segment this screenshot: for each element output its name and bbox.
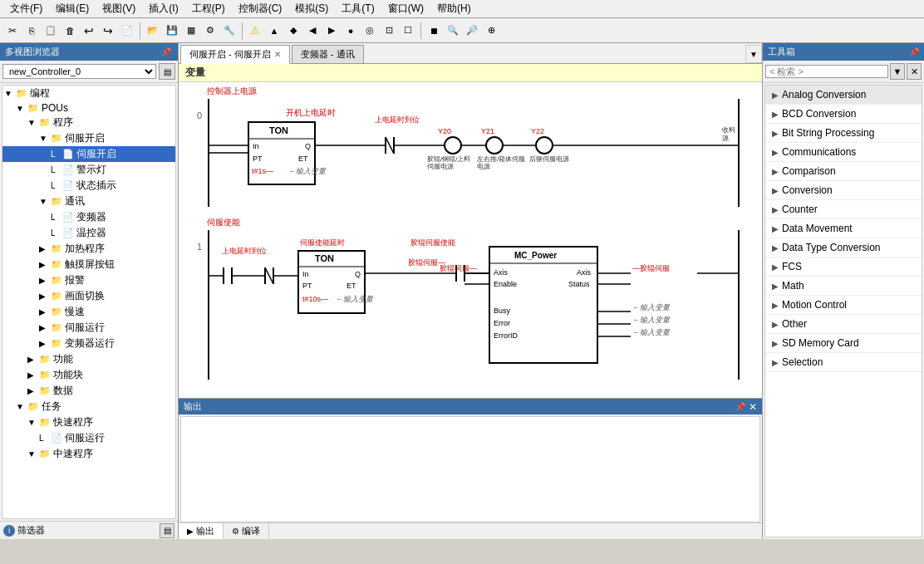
tree-item-func-block[interactable]: ▶ 📁 功能块	[2, 367, 175, 383]
tree-item-inverter-run[interactable]: ▶ 📁 变频器运行	[2, 336, 175, 351]
toolbar-open[interactable]: 📂	[144, 22, 162, 40]
controller-select[interactable]: new_Controller_0	[2, 64, 156, 79]
toolbar-b6[interactable]: ◀	[303, 22, 322, 40]
toolbox-item-data-movement[interactable]: ▶ Data Movement	[765, 219, 922, 238]
tree-item-touch-btn[interactable]: ▶ 📁 触摸屏按钮	[2, 257, 175, 272]
svg-text:TON: TON	[269, 125, 288, 135]
filter-btn[interactable]: ▤	[160, 523, 174, 538]
toolbar-redo[interactable]: ↪	[99, 22, 117, 40]
toolbox-item-data-type-conversion[interactable]: ▶ Data Type Conversion	[765, 238, 922, 257]
tree-item-label: 报警	[65, 273, 85, 287]
toolbox-close-btn[interactable]: ✕	[907, 63, 922, 80]
toolbox-item-selection[interactable]: ▶ Selection	[765, 353, 922, 372]
tree-item-program[interactable]: ▼ 📁 程序	[2, 115, 175, 130]
tree-item-mid-prog[interactable]: ▼ 📁 中速程序	[2, 446, 175, 462]
toolbar-copy[interactable]: ⎘	[22, 22, 41, 40]
left-panel-title-text: 多视图浏览器	[5, 46, 60, 58]
toolbox-item-label: Data Type Conversion	[782, 242, 881, 253]
tab-close-btn[interactable]: ✕	[274, 50, 281, 59]
toolbar-b4[interactable]: ▲	[265, 22, 283, 40]
info-icon: i	[3, 525, 15, 537]
tree-item-fast-prog[interactable]: ▼ 📁 快速程序	[2, 414, 175, 430]
tab-scroll-btn[interactable]: ▼	[745, 45, 762, 63]
menu-help[interactable]: 帮助(H)	[430, 0, 478, 17]
tree-item-programming[interactable]: ▼ 📁 编程	[2, 86, 175, 101]
toolbar-b8[interactable]: ●	[342, 22, 360, 40]
tree-item-screen-switch[interactable]: ▶ 📁 画面切换	[2, 288, 175, 304]
toolbox-item-bit-string[interactable]: ▶ Bit String Processing	[765, 124, 922, 143]
toolbar-delete[interactable]: 🗑	[61, 22, 79, 40]
menu-project[interactable]: 工程(P)	[185, 0, 232, 17]
toolbox-item-analog-conversion[interactable]: ▶ Analog Conversion	[765, 86, 922, 105]
tree-item-tasks[interactable]: ▼ 📁 任务	[2, 399, 175, 414]
toolbox-item-motion-control[interactable]: ▶ Motion Control	[765, 296, 922, 315]
tree-item-temp-ctrl[interactable]: L 📄 温控器	[2, 225, 175, 241]
tab-servo-on[interactable]: 伺服开启 - 伺服开启 ✕	[180, 45, 290, 64]
toolbar-b1[interactable]: ▦	[182, 22, 200, 40]
toolbar-cut[interactable]: ✂	[3, 22, 22, 40]
tree-item-servo-run2[interactable]: L 📄 伺服运行	[2, 430, 175, 446]
toolbox-item-counter[interactable]: ▶ Counter	[765, 200, 922, 219]
tree-item-servo-run[interactable]: ▶ 📁 伺服运行	[2, 320, 175, 336]
toolbar-save[interactable]: 💾	[163, 22, 181, 40]
menu-tools[interactable]: 工具(T)	[335, 0, 381, 17]
svg-text:PT: PT	[253, 154, 263, 163]
toolbar-b11[interactable]: ☐	[399, 22, 417, 40]
toolbox-item-bcd-conversion[interactable]: ▶ BCD Conversion	[765, 105, 922, 124]
toolbar-b7[interactable]: ▶	[322, 22, 341, 40]
toolbox-arrow-icon: ▶	[772, 129, 779, 138]
menu-edit[interactable]: 编辑(E)	[49, 0, 96, 17]
controller-btn[interactable]: ▤	[159, 63, 175, 80]
tree-item-servo-on-selected[interactable]: L 📄 伺服开启	[2, 146, 175, 162]
toolbar-b14[interactable]: ⊕	[482, 22, 500, 40]
toolbox-item-fcs[interactable]: ▶ FCS	[765, 257, 922, 277]
toolbox-item-math[interactable]: ▶ Math	[765, 277, 922, 296]
toolbar-b13[interactable]: 🔎	[463, 22, 481, 40]
tree-item-data[interactable]: ▶ 📁 数据	[2, 383, 175, 399]
tree-item-slow[interactable]: ▶ 📁 慢速	[2, 304, 175, 320]
svg-line-51	[265, 267, 273, 284]
toolbar-b10[interactable]: ⊡	[380, 22, 398, 40]
toolbox-item-conversion[interactable]: ▶ Conversion	[765, 181, 922, 200]
toolbar-b3[interactable]: 🔧	[220, 22, 238, 40]
output-pin-btn[interactable]: 📌	[735, 401, 745, 413]
menu-simulate[interactable]: 模拟(S)	[288, 0, 335, 17]
output-icon: ▶	[187, 527, 194, 536]
tree-item-status[interactable]: L 📄 状态插示	[2, 178, 175, 194]
toolbar-b2[interactable]: ⚙	[201, 22, 219, 40]
tree-item-heating[interactable]: ▶ 📁 加热程序	[2, 241, 175, 257]
tree-item-func[interactable]: ▶ 📁 功能	[2, 351, 175, 367]
tree-item-comm[interactable]: ▼ 📁 通讯	[2, 194, 175, 209]
output-close-btn[interactable]: ✕	[749, 401, 757, 413]
tree-item-alarm-light[interactable]: L 📄 警示灯	[2, 162, 175, 178]
toolbox-item-other[interactable]: ▶ Other	[765, 315, 922, 334]
toolbar-paste[interactable]: 📋	[42, 22, 60, 40]
output-tab-output[interactable]: ▶ 输出	[179, 523, 224, 539]
toolbox-item-communications[interactable]: ▶ Communications	[765, 143, 922, 162]
toolbox-item-sd-memory[interactable]: ▶ SD Memory Card	[765, 334, 922, 353]
toolbar-b9[interactable]: ◎	[361, 22, 379, 40]
toolbar-b12[interactable]: 🔍	[444, 22, 462, 40]
toolbar-warn[interactable]: ⚠	[246, 22, 264, 40]
toolbox-search-btn[interactable]: ▼	[890, 63, 905, 80]
tree-item-servo-on-folder[interactable]: ▼ 📁 伺服开启	[2, 130, 175, 146]
toolbox-search-input[interactable]	[765, 65, 888, 78]
tree-item-alarm[interactable]: ▶ 📁 报警	[2, 272, 175, 288]
toolbar-b5[interactable]: ◆	[284, 22, 302, 40]
output-tab-compile[interactable]: ⚙ 编译	[224, 523, 269, 539]
toolbar-extra1[interactable]: 📄	[118, 22, 136, 40]
toolbar-undo[interactable]: ↩	[80, 22, 98, 40]
toolbar-stop[interactable]: ⏹	[425, 22, 443, 40]
toolbox-item-comparison[interactable]: ▶ Comparison	[765, 162, 922, 181]
menu-controller[interactable]: 控制器(C)	[232, 0, 289, 17]
tree-item-inverter[interactable]: L 📄 变频器	[2, 209, 175, 225]
menu-insert[interactable]: 插入(I)	[142, 0, 184, 17]
menu-window[interactable]: 窗口(W)	[381, 0, 430, 17]
left-panel-pin-btn[interactable]: 📌	[160, 47, 173, 56]
menu-file[interactable]: 文件(F)	[3, 0, 49, 17]
tab-inverter[interactable]: 变频器 - 通讯	[292, 45, 364, 63]
child-icon: L	[51, 150, 62, 159]
menu-view[interactable]: 视图(V)	[96, 0, 142, 17]
tree-item-pous[interactable]: ▼ 📁 POUs	[2, 101, 175, 115]
toolbox-pin-btn[interactable]: 📌	[909, 47, 919, 56]
